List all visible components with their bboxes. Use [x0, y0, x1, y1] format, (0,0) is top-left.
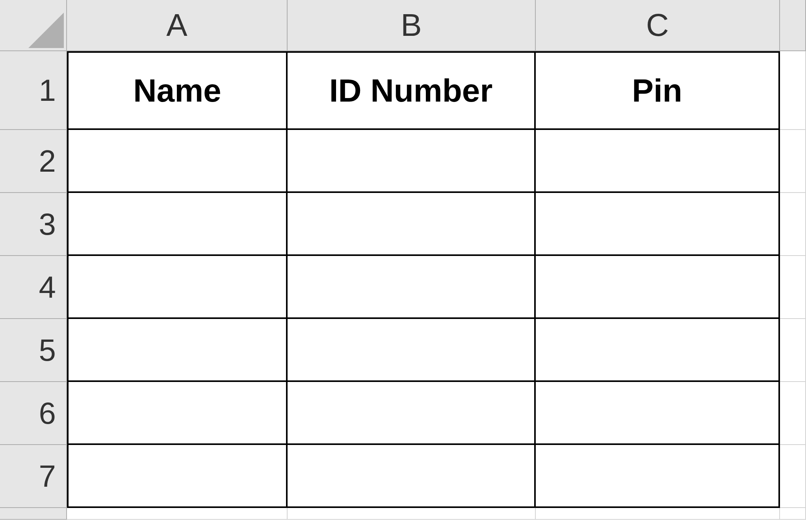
select-all-corner[interactable]	[0, 0, 67, 51]
row-header-3[interactable]: 3	[0, 193, 67, 256]
column-header-B[interactable]: B	[288, 0, 536, 51]
cell-D2[interactable]	[780, 130, 806, 193]
cell-A7[interactable]	[67, 445, 288, 508]
cell-D7[interactable]	[780, 445, 806, 508]
column-header-A[interactable]: A	[67, 0, 288, 51]
cell-B2[interactable]	[288, 130, 536, 193]
cell-D3[interactable]	[780, 193, 806, 256]
column-header-next[interactable]	[780, 0, 806, 51]
column-header-C[interactable]: C	[536, 0, 780, 51]
cell-D1[interactable]	[780, 51, 806, 130]
cell-C6[interactable]	[536, 382, 780, 445]
row-header-4[interactable]: 4	[0, 256, 67, 319]
cell-A4[interactable]	[67, 256, 288, 319]
cell-B4[interactable]	[288, 256, 536, 319]
row-header-5[interactable]: 5	[0, 319, 67, 382]
cell-D4[interactable]	[780, 256, 806, 319]
row-header-7[interactable]: 7	[0, 445, 67, 508]
cell-A5[interactable]	[67, 319, 288, 382]
row-header-1[interactable]: 1	[0, 51, 67, 130]
cell-A8[interactable]	[67, 508, 288, 520]
row-header-6[interactable]: 6	[0, 382, 67, 445]
cell-C7[interactable]	[536, 445, 780, 508]
cell-D6[interactable]	[780, 382, 806, 445]
cell-D8[interactable]	[780, 508, 806, 520]
select-all-triangle-icon	[28, 13, 64, 48]
cell-A1[interactable]: Name	[67, 51, 288, 130]
cell-B7[interactable]	[288, 445, 536, 508]
cell-A6[interactable]	[67, 382, 288, 445]
svg-marker-0	[28, 13, 64, 48]
cell-B1[interactable]: ID Number	[288, 51, 536, 130]
row-header-2[interactable]: 2	[0, 130, 67, 193]
spreadsheet-grid: A B C 1 Name ID Number Pin 2 3 4 5 6 7	[0, 0, 806, 532]
cell-C2[interactable]	[536, 130, 780, 193]
cell-D5[interactable]	[780, 319, 806, 382]
cell-C3[interactable]	[536, 193, 780, 256]
cell-A2[interactable]	[67, 130, 288, 193]
cell-B3[interactable]	[288, 193, 536, 256]
cell-B5[interactable]	[288, 319, 536, 382]
cell-C4[interactable]	[536, 256, 780, 319]
cell-B6[interactable]	[288, 382, 536, 445]
row-header-next[interactable]	[0, 508, 67, 520]
cell-C5[interactable]	[536, 319, 780, 382]
cell-B8[interactable]	[288, 508, 536, 520]
cell-C8[interactable]	[536, 508, 780, 520]
cell-C1[interactable]: Pin	[536, 51, 780, 130]
cell-A3[interactable]	[67, 193, 288, 256]
